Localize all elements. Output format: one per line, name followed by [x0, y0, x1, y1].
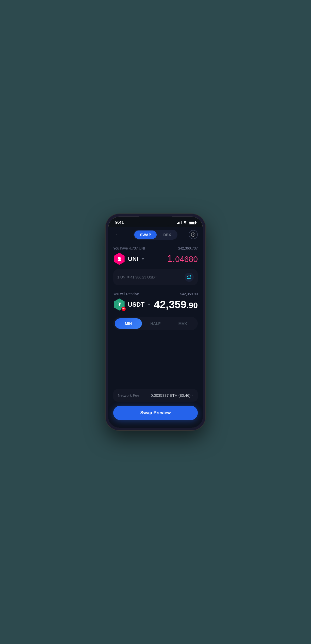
from-token-amount[interactable]: 1.04680: [167, 253, 198, 264]
from-token-selector[interactable]: UNI ▾: [113, 253, 144, 265]
history-button[interactable]: [189, 230, 198, 239]
phone-shell: 9:41 ←: [106, 214, 205, 430]
to-token-amount: 42,359.90: [154, 299, 198, 311]
to-meta: You will Receive $42,359.90: [113, 292, 198, 296]
exchange-rate-text: 1 UNI = 41,986.23 USDT: [117, 275, 157, 279]
op-badge: OP: [121, 307, 126, 311]
uni-logo: [113, 253, 125, 265]
from-token-row: UNI ▾ 1.04680: [113, 253, 198, 265]
exchange-rate-row: 1 UNI = 41,986.23 USDT: [113, 269, 198, 285]
fee-value: 0.0035337 ETH ($0.46): [151, 393, 191, 398]
to-token-name: USDT: [128, 301, 144, 308]
spacer: [108, 335, 203, 389]
tab-group: SWAP DEX: [134, 230, 177, 240]
wifi-icon: [183, 221, 187, 225]
to-section: You will Receive $42,359.90 ₮ OP USDT ▾ …: [108, 289, 203, 315]
from-balance-label: You have 4.737 UNI: [113, 246, 145, 250]
from-usd-value: $42,360.737: [178, 246, 198, 250]
swap-preview-button[interactable]: Swap Preview: [113, 406, 198, 420]
signal-bars-icon: [177, 221, 182, 224]
from-token-name: UNI: [128, 255, 138, 262]
fee-chevron-icon: ›: [192, 393, 193, 397]
tab-swap[interactable]: SWAP: [134, 230, 157, 239]
max-button[interactable]: MAX: [169, 318, 196, 329]
amount-buttons: MIN HALF MAX: [113, 317, 198, 330]
from-amount-whole: 1.: [167, 253, 175, 264]
status-icons: [177, 221, 196, 225]
to-token-selector[interactable]: ₮ OP USDT ▾: [113, 299, 150, 311]
notch: [139, 217, 172, 226]
min-button[interactable]: MIN: [115, 318, 142, 329]
fee-label: Network Fee: [118, 393, 139, 398]
to-amount-whole: 42,359: [154, 299, 186, 310]
status-time: 9:41: [115, 220, 124, 225]
from-section: You have 4.737 UNI $42,360.737 UNI ▾: [108, 244, 203, 269]
to-usd-value: $42,359.90: [180, 292, 198, 296]
from-amount-decimal: 04680: [175, 255, 198, 264]
battery-icon: [189, 221, 196, 224]
usdt-logo: ₮ OP: [113, 299, 125, 311]
to-receive-label: You will Receive: [113, 292, 139, 296]
half-button[interactable]: HALF: [142, 318, 169, 329]
swap-direction-button[interactable]: [185, 273, 194, 282]
network-fee[interactable]: Network Fee 0.0035337 ETH ($0.46) ›: [113, 389, 198, 402]
from-meta: You have 4.737 UNI $42,360.737: [113, 246, 198, 250]
app-content: ← SWAP DEX You have 4.737 UNI $42,360.73…: [108, 227, 203, 428]
fee-value-row: 0.0035337 ETH ($0.46) ›: [151, 393, 193, 398]
svg-point-1: [118, 256, 121, 260]
to-token-row: ₮ OP USDT ▾ 42,359.90: [113, 299, 198, 311]
header: ← SWAP DEX: [108, 227, 203, 244]
to-token-chevron-icon: ▾: [148, 302, 150, 307]
back-arrow-icon: ←: [115, 232, 120, 238]
tab-dex[interactable]: DEX: [158, 230, 177, 239]
to-amount-decimal: .90: [187, 301, 198, 310]
back-button[interactable]: ←: [113, 230, 122, 239]
from-token-chevron-icon: ▾: [142, 256, 144, 261]
